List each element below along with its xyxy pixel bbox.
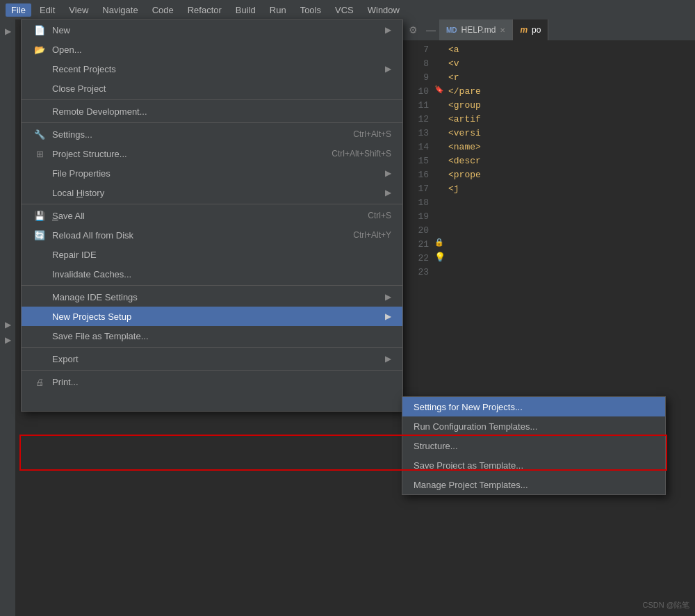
menu-run[interactable]: Run (264, 3, 292, 17)
gutter-area: 🔖 🔒 💡 (434, 40, 448, 616)
menu-item-project-structure[interactable]: ⊞ Project Structure... Ctrl+Alt+Shift+S (22, 144, 402, 163)
tab-m-icon: m (520, 25, 528, 35)
menu-item-save-all-label: Save All (52, 211, 368, 221)
left-sidebar: ▶ ▶ ▶ (0, 19, 15, 616)
submenu-run-config-label: Run Configuration Templates... (414, 421, 537, 432)
menu-item-manage-ide[interactable]: Manage IDE Settings ▶ (22, 287, 402, 307)
separator-5 (22, 347, 402, 348)
menu-item-recent-label: Recent Projects (52, 64, 379, 74)
local-history-arrow-icon: ▶ (385, 188, 391, 197)
menu-item-manage-ide-label: Manage IDE Settings (52, 292, 379, 302)
menu-item-new-projects-setup[interactable]: New Projects Setup ▶ (22, 307, 402, 326)
menu-vcs[interactable]: VCS (329, 3, 359, 17)
sidebar-arrow-mid2[interactable]: ▶ (3, 334, 13, 346)
submenu-run-config-templates[interactable]: Run Configuration Templates... (402, 416, 665, 436)
submenu-manage-project-templates-label: Manage Project Templates... (414, 480, 528, 490)
menu-item-local-history[interactable]: Local History ▶ (22, 183, 402, 202)
menu-item-new-projects-label: New Projects Setup (52, 311, 379, 322)
menu-item-remote-label: Remote Development... (52, 106, 391, 117)
menu-item-open[interactable]: 📂 Open... (22, 40, 402, 59)
gutter-bulb-icon-17: 💡 (434, 252, 445, 262)
menu-item-settings-label: Settings... (52, 129, 353, 140)
submenu-structure-label: Structure... (414, 441, 458, 451)
menu-item-invalidate[interactable]: Invalidate Caches... (22, 264, 402, 284)
menu-item-close[interactable]: Close Project (22, 79, 402, 98)
menu-item-file-properties[interactable]: File Properties ▶ (22, 163, 402, 183)
print-icon: 🖨 (33, 377, 47, 387)
new-projects-arrow-icon: ▶ (385, 311, 391, 321)
menu-item-settings[interactable]: 🔧 Settings... Ctrl+Alt+S (22, 124, 402, 144)
submenu-save-project-template-label: Save Project as Template... (414, 460, 523, 471)
line-numbers: 7 8 9 10 11 12 13 14 15 16 17 18 19 20 2… (403, 40, 434, 616)
menu-bar: File Edit View Navigate Code Refactor Bu… (0, 0, 695, 19)
save-all-icon: 💾 (33, 211, 47, 221)
tab-gear-icon[interactable]: ⚙ (403, 19, 423, 40)
settings-icon: 🔧 (33, 129, 47, 140)
recent-arrow-icon: ▶ (385, 64, 391, 74)
sidebar-arrow-mid1[interactable]: ▶ (3, 318, 13, 331)
separator-6 (22, 370, 402, 371)
menu-item-project-structure-label: Project Structure... (52, 149, 332, 159)
submenu-structure[interactable]: Structure... (402, 436, 665, 455)
submenu-settings-new-projects[interactable]: Settings for New Projects... (402, 397, 665, 416)
menu-item-repair[interactable]: Repair IDE (22, 245, 402, 264)
menu-item-reload-label: Reload All from Disk (52, 230, 353, 241)
menu-item-export[interactable]: Export ▶ (22, 349, 402, 368)
manage-ide-arrow-icon: ▶ (385, 292, 391, 302)
menu-tools[interactable]: Tools (295, 3, 327, 17)
tab-help-md[interactable]: MD HELP.md ✕ (439, 19, 513, 40)
new-projects-submenu: Settings for New Projects... Run Configu… (402, 396, 666, 495)
settings-shortcut: Ctrl+Alt+S (353, 129, 391, 139)
separator-3 (22, 204, 402, 204)
menu-item-recent[interactable]: Recent Projects ▶ (22, 59, 402, 79)
submenu-settings-new-projects-label: Settings for New Projects... (414, 402, 523, 412)
project-structure-shortcut: Ctrl+Alt+Shift+S (332, 149, 391, 159)
menu-code[interactable]: Code (147, 3, 179, 17)
export-arrow-icon: ▶ (385, 354, 391, 364)
menu-file[interactable]: File (6, 3, 31, 17)
menu-edit[interactable]: Edit (34, 3, 60, 17)
menu-navigate[interactable]: Navigate (97, 3, 143, 17)
menu-item-close-label: Close Project (52, 83, 391, 94)
menu-item-save-all[interactable]: 💾 Save All Ctrl+S (22, 206, 402, 225)
tab-close-icon[interactable]: ✕ (500, 26, 505, 34)
gutter-bookmark-icon-10: 🔖 (434, 85, 444, 94)
separator-1 (22, 99, 402, 100)
menu-item-print-label: Print... (52, 377, 391, 387)
menu-item-local-history-label: Local History (52, 188, 379, 198)
submenu-save-project-template[interactable]: Save Project as Template... (402, 455, 665, 475)
new-file-icon: 📄 (33, 25, 47, 35)
editor-tabs: ⚙ — MD HELP.md ✕ m po (403, 19, 695, 40)
reload-icon: 🔄 (33, 230, 47, 241)
menu-item-reload[interactable]: 🔄 Reload All from Disk Ctrl+Alt+Y (22, 225, 402, 245)
menu-build[interactable]: Build (230, 3, 261, 17)
open-folder-icon: 📂 (33, 44, 47, 55)
menu-item-invalidate-label: Invalidate Caches... (52, 269, 391, 279)
menu-item-power-save[interactable] (22, 391, 402, 411)
menu-item-open-label: Open... (52, 44, 391, 55)
project-structure-icon: ⊞ (33, 149, 47, 159)
watermark-text: CSDN @陷笔 (643, 600, 689, 610)
menu-view[interactable]: View (63, 3, 94, 17)
menu-window[interactable]: Window (362, 3, 405, 17)
new-arrow-icon: ▶ (385, 25, 391, 35)
save-all-shortcut: Ctrl+S (368, 211, 391, 220)
separator-4 (22, 285, 402, 286)
menu-item-save-file-template[interactable]: Save File as Template... (22, 326, 402, 346)
menu-item-save-file-template-label: Save File as Template... (52, 331, 391, 341)
tab-po-label: po (532, 25, 541, 35)
sidebar-arrow-top[interactable]: ▶ (3, 25, 13, 38)
menu-item-new[interactable]: 📄 New ▶ (22, 20, 402, 40)
menu-item-remote[interactable]: Remote Development... (22, 102, 402, 121)
reload-shortcut: Ctrl+Alt+Y (353, 230, 391, 240)
tab-po[interactable]: m po (513, 19, 548, 40)
menu-item-print[interactable]: 🖨 Print... (22, 372, 402, 391)
editor-content: 7 8 9 10 11 12 13 14 15 16 17 18 19 20 2… (403, 40, 695, 616)
menu-item-new-label: New (52, 25, 379, 35)
tab-minimize-icon[interactable]: — (423, 19, 439, 40)
menu-refactor[interactable]: Refactor (182, 3, 227, 17)
tab-help-md-label: HELP.md (461, 25, 496, 35)
editor-code-content: <a <v <r </pare <group <artif <versi <na… (448, 40, 695, 616)
submenu-manage-project-templates[interactable]: Manage Project Templates... (402, 475, 665, 494)
menu-item-export-label: Export (52, 354, 379, 364)
